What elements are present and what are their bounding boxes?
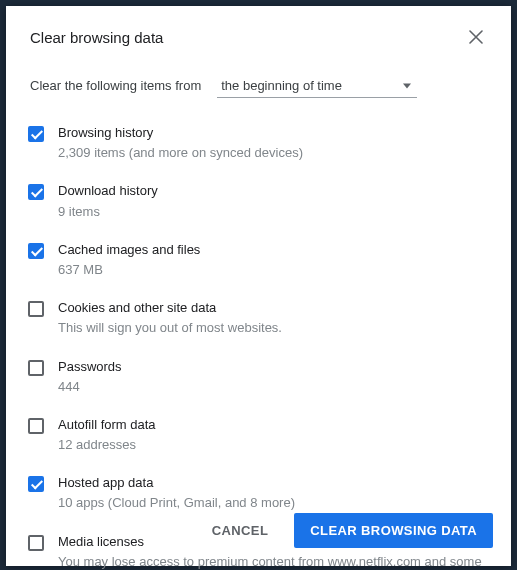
option-label: Autofill form data bbox=[58, 416, 489, 434]
clear-browsing-data-button[interactable]: CLEAR BROWSING DATA bbox=[294, 513, 493, 548]
option-checkbox[interactable] bbox=[28, 243, 44, 259]
cancel-button[interactable]: CANCEL bbox=[202, 515, 279, 546]
option-row: Browsing history2,309 items (and more on… bbox=[28, 114, 499, 172]
clear-from-label: Clear the following items from bbox=[30, 78, 201, 93]
option-label: Cached images and files bbox=[58, 241, 489, 259]
option-label: Browsing history bbox=[58, 124, 489, 142]
option-label: Download history bbox=[58, 182, 489, 200]
dialog-header: Clear browsing data bbox=[6, 6, 511, 58]
option-checkbox[interactable] bbox=[28, 418, 44, 434]
dialog-footer: CANCEL CLEAR BROWSING DATA bbox=[6, 497, 511, 566]
time-range-value: the beginning of time bbox=[221, 78, 342, 93]
chevron-down-icon bbox=[403, 83, 411, 88]
option-row: Cookies and other site dataThis will sig… bbox=[28, 289, 499, 347]
option-checkbox[interactable] bbox=[28, 476, 44, 492]
close-icon bbox=[469, 30, 483, 44]
option-sublabel: 12 addresses bbox=[58, 436, 489, 454]
option-row: Autofill form data12 addresses bbox=[28, 406, 499, 464]
option-sublabel: 637 MB bbox=[58, 261, 489, 279]
checkbox-wrap bbox=[28, 124, 58, 142]
checkbox-wrap bbox=[28, 182, 58, 200]
option-label: Hosted app data bbox=[58, 474, 489, 492]
option-text: Cached images and files637 MB bbox=[58, 241, 499, 279]
option-sublabel: 9 items bbox=[58, 203, 489, 221]
checkbox-wrap bbox=[28, 416, 58, 434]
option-text: Passwords444 bbox=[58, 358, 499, 396]
option-row: Passwords444 bbox=[28, 348, 499, 406]
checkbox-wrap bbox=[28, 474, 58, 492]
option-label: Passwords bbox=[58, 358, 489, 376]
dialog-title: Clear browsing data bbox=[30, 29, 163, 46]
option-checkbox[interactable] bbox=[28, 126, 44, 142]
option-checkbox[interactable] bbox=[28, 301, 44, 317]
option-label: Cookies and other site data bbox=[58, 299, 489, 317]
option-checkbox[interactable] bbox=[28, 360, 44, 376]
option-text: Autofill form data12 addresses bbox=[58, 416, 499, 454]
checkbox-wrap bbox=[28, 299, 58, 317]
option-row: Download history9 items bbox=[28, 172, 499, 230]
checkbox-wrap bbox=[28, 241, 58, 259]
option-row: Cached images and files637 MB bbox=[28, 231, 499, 289]
option-text: Download history9 items bbox=[58, 182, 499, 220]
option-sublabel: This will sign you out of most websites. bbox=[58, 319, 489, 337]
time-range-row: Clear the following items from the begin… bbox=[6, 58, 511, 106]
checkbox-wrap bbox=[28, 358, 58, 376]
close-button[interactable] bbox=[465, 26, 487, 48]
option-sublabel: 444 bbox=[58, 378, 489, 396]
option-checkbox[interactable] bbox=[28, 184, 44, 200]
clear-browsing-data-dialog: Clear browsing data Clear the following … bbox=[6, 6, 511, 566]
time-range-dropdown[interactable]: the beginning of time bbox=[217, 74, 417, 98]
option-text: Cookies and other site dataThis will sig… bbox=[58, 299, 499, 337]
option-text: Browsing history2,309 items (and more on… bbox=[58, 124, 499, 162]
option-sublabel: 2,309 items (and more on synced devices) bbox=[58, 144, 489, 162]
